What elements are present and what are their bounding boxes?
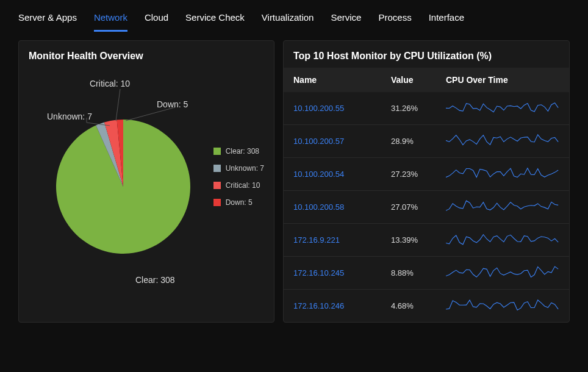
host-value: 4.68%	[391, 301, 446, 310]
host-value: 8.88%	[391, 268, 446, 277]
tab-service[interactable]: Service	[331, 12, 361, 32]
col-name: Name	[293, 75, 391, 85]
legend-swatch	[213, 165, 221, 172]
host-link[interactable]: 10.100.200.55	[293, 104, 391, 113]
table-row: 172.16.10.2458.88%	[284, 257, 569, 290]
tabs: Server & AppsNetworkCloudService CheckVi…	[0, 0, 588, 32]
tab-interface[interactable]: Interface	[429, 12, 464, 32]
callout-unknown: Unknown: 7	[47, 112, 92, 121]
sparkline	[446, 263, 559, 283]
legend-item-unknown[interactable]: Unknown: 7	[213, 164, 264, 173]
sparkline	[446, 131, 559, 151]
tab-service-check[interactable]: Service Check	[185, 12, 245, 32]
tab-cloud[interactable]: Cloud	[145, 12, 168, 32]
host-value: 28.9%	[391, 137, 446, 146]
legend-swatch	[213, 148, 221, 155]
legend-item-down[interactable]: Down: 5	[213, 198, 264, 207]
legend-item-critical[interactable]: Critical: 10	[213, 181, 264, 190]
legend-label: Clear: 308	[226, 147, 259, 156]
cpu-title: Top 10 Host Monitor by CPU Utilization (…	[284, 51, 569, 62]
sparkline	[446, 164, 559, 184]
pie-legend: Clear: 308Unknown: 7Critical: 10Down: 5	[213, 147, 264, 215]
sparkline	[446, 230, 559, 250]
cpu-panel: Top 10 Host Monitor by CPU Utilization (…	[283, 40, 570, 323]
table-row: 172.16.9.22113.39%	[284, 224, 569, 257]
host-link[interactable]: 172.16.10.246	[293, 301, 391, 310]
tab-network[interactable]: Network	[94, 12, 127, 32]
host-value: 27.07%	[391, 202, 446, 212]
host-value: 27.23%	[391, 170, 446, 179]
host-link[interactable]: 172.16.10.245	[293, 268, 391, 277]
legend-item-clear[interactable]: Clear: 308	[213, 147, 264, 156]
legend-swatch	[213, 182, 221, 189]
legend-swatch	[213, 199, 221, 206]
tab-process[interactable]: Process	[378, 12, 411, 32]
table-header: Name Value CPU Over Time	[284, 68, 569, 92]
host-link[interactable]: 10.100.200.54	[293, 170, 391, 179]
legend-label: Critical: 10	[226, 181, 260, 190]
host-value: 13.39%	[391, 235, 446, 245]
sparkline	[446, 98, 559, 118]
host-link[interactable]: 172.16.9.221	[293, 235, 391, 245]
table-row: 10.100.200.5427.23%	[284, 158, 569, 191]
health-panel: Monitor Health Overview Critical: 10 Dow…	[18, 40, 274, 323]
host-value: 31.26%	[391, 104, 446, 113]
table-row: 10.100.200.5531.26%	[284, 92, 569, 125]
tab-virtualization[interactable]: Virtualization	[262, 12, 314, 32]
table-row: 10.100.200.5728.9%	[284, 125, 569, 158]
callout-down: Down: 5	[157, 99, 188, 109]
tab-server-apps[interactable]: Server & Apps	[18, 12, 77, 32]
sparkline	[446, 296, 559, 316]
legend-label: Unknown: 7	[226, 164, 264, 173]
col-value: Value	[391, 75, 446, 85]
col-spark: CPU Over Time	[446, 75, 559, 85]
callout-clear: Clear: 308	[135, 275, 175, 285]
table-row: 10.100.200.5827.07%	[284, 191, 569, 224]
callout-critical: Critical: 10	[90, 79, 130, 88]
host-link[interactable]: 10.100.200.58	[293, 202, 391, 212]
sparkline	[446, 197, 559, 217]
health-title: Monitor Health Overview	[29, 51, 264, 62]
pie-wrap: Critical: 10 Down: 5 Unknown: 7 Clear: 3…	[29, 68, 264, 299]
table-row: 172.16.10.2464.68%	[284, 290, 569, 322]
legend-label: Down: 5	[226, 198, 253, 207]
host-link[interactable]: 10.100.200.57	[293, 137, 391, 146]
pie-chart	[53, 116, 193, 257]
table-body: 10.100.200.5531.26%10.100.200.5728.9%10.…	[284, 92, 569, 322]
